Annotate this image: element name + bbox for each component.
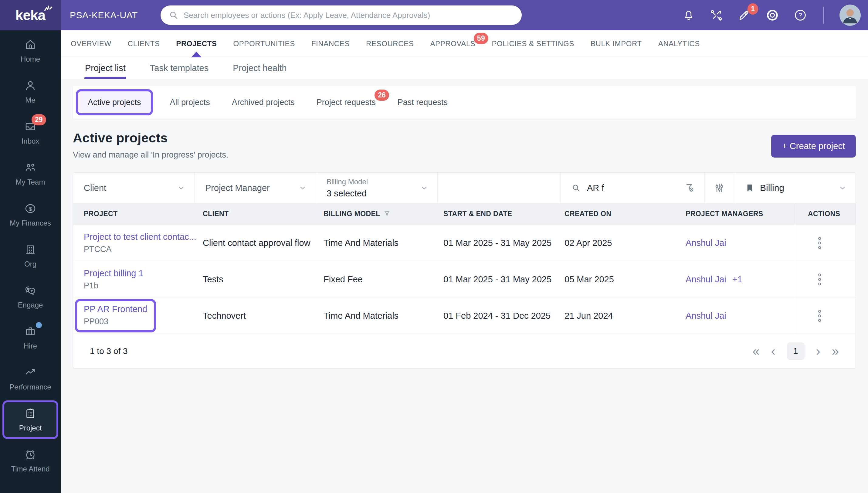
dates-cell: 01 Mar 2025 - 31 May 2025: [443, 238, 564, 248]
subtab-project-list[interactable]: Project list: [73, 57, 138, 79]
alarm-clock-icon: [24, 448, 37, 461]
clear-filter-icon[interactable]: [684, 182, 696, 194]
topbar-actions: 1 ?: [682, 0, 861, 30]
help-icon[interactable]: ?: [793, 8, 807, 22]
filter-tab-all-projects[interactable]: All projects: [159, 86, 221, 119]
tab-overview[interactable]: OVERVIEW: [63, 30, 119, 57]
column-header-managers[interactable]: PROJECT MANAGERS: [686, 210, 796, 218]
hire-notification-dot: [36, 322, 42, 328]
project-name-link[interactable]: Project billing 1: [84, 269, 203, 278]
column-header-created[interactable]: CREATED ON: [564, 210, 686, 218]
filter-funnel-icon[interactable]: [383, 210, 391, 217]
column-header-dates[interactable]: START & END DATE: [443, 210, 564, 218]
table-row[interactable]: Project billing 1 P1b Tests Fixed Fee 01…: [73, 261, 855, 297]
billing-model-filter-dropdown[interactable]: Billing Model 3 selected: [316, 173, 438, 203]
created-cell: 02 Apr 2025: [564, 238, 686, 248]
sidebar: Home Me Inbox 29: [0, 30, 61, 493]
keka-logo[interactable]: keka: [0, 0, 61, 30]
tools-icon[interactable]: [710, 8, 724, 22]
sidebar-item-label: Engage: [18, 301, 43, 309]
tab-clients[interactable]: CLIENTS: [119, 30, 168, 57]
row-actions-kebab-icon[interactable]: [815, 307, 824, 325]
sidebar-item-inbox[interactable]: Inbox 29: [0, 112, 61, 153]
table-filter-row: Client Project Manager Billing Model 3 s…: [73, 173, 855, 203]
page-title: Active projects: [73, 131, 856, 145]
manager-link[interactable]: Anshul Jai: [686, 311, 726, 321]
table-search-value[interactable]: AR f: [587, 183, 604, 193]
tab-opportunities[interactable]: OPPORTUNITIES: [225, 30, 303, 57]
sidebar-item-time-attend[interactable]: Time Attend: [0, 440, 61, 481]
sidebar-item-hire[interactable]: Hire: [0, 317, 61, 358]
manager-link[interactable]: Anshul Jai: [686, 238, 726, 248]
tab-analytics[interactable]: ANALYTICS: [650, 30, 708, 57]
column-header-project[interactable]: PROJECT: [73, 210, 203, 218]
sidebar-item-my-team[interactable]: My Team: [0, 153, 61, 194]
tab-policies-settings[interactable]: POLICIES & SETTINGS: [484, 30, 582, 57]
prev-page-icon[interactable]: ‹: [771, 345, 775, 358]
tab-approvals[interactable]: APPROVALS 59: [422, 30, 484, 57]
topbar: keka PSA-KEKA-UAT: [0, 0, 868, 30]
sidebar-item-label: Project: [19, 424, 42, 432]
first-page-icon[interactable]: «: [752, 345, 759, 358]
create-project-button[interactable]: + Create project: [771, 135, 856, 157]
manager-link[interactable]: Anshul Jai: [686, 274, 726, 284]
project-manager-filter-dropdown[interactable]: Project Manager: [195, 173, 316, 203]
global-search-input[interactable]: [184, 10, 514, 20]
app-root: keka PSA-KEKA-UAT: [0, 0, 868, 493]
tab-resources[interactable]: RESOURCES: [358, 30, 422, 57]
sidebar-item-org[interactable]: Org: [0, 235, 61, 276]
column-header-billing-model[interactable]: BILLING MODEL: [324, 210, 443, 218]
subtab-task-templates[interactable]: Task templates: [138, 57, 221, 79]
project-name-link[interactable]: PP AR Frontend: [84, 304, 147, 314]
row-actions-kebab-icon[interactable]: [815, 271, 824, 288]
tab-bulk-import[interactable]: BULK IMPORT: [582, 30, 650, 57]
briefcase-icon: [24, 325, 37, 338]
tab-projects[interactable]: PROJECTS: [168, 30, 225, 57]
logo-spark-icon: [42, 2, 53, 13]
project-name-link[interactable]: Project to test client contac...: [84, 232, 203, 242]
rocket-icon[interactable]: 1: [737, 8, 752, 22]
filter-tab-active-projects[interactable]: Active projects: [76, 89, 153, 115]
tab-finances[interactable]: FINANCES: [303, 30, 358, 57]
client-filter-dropdown[interactable]: Client: [73, 173, 195, 203]
dollar-circle-icon: $: [24, 202, 37, 215]
current-page-button[interactable]: 1: [787, 342, 805, 360]
settings-gear-icon[interactable]: [765, 8, 779, 22]
subtab-project-health[interactable]: Project health: [221, 57, 299, 79]
filter-tab-project-requests[interactable]: Project requests 26: [306, 86, 387, 119]
table-row[interactable]: PP AR Frontend PP003 Technovert Time And…: [73, 297, 855, 334]
last-page-icon[interactable]: »: [832, 345, 839, 358]
saved-view-dropdown[interactable]: Billing: [734, 173, 855, 203]
notifications-bell-icon[interactable]: [682, 8, 696, 22]
active-tab-indicator: [191, 51, 202, 57]
sidebar-item-my-finances[interactable]: $ My Finances: [0, 194, 61, 235]
annotation-highlight-box: PP AR Frontend PP003: [75, 299, 156, 333]
filter-tab-archived-projects[interactable]: Archived projects: [221, 86, 306, 119]
rocket-badge: 1: [748, 3, 758, 15]
sidebar-item-engage[interactable]: Engage: [0, 276, 61, 317]
next-page-icon[interactable]: ›: [816, 345, 820, 358]
sidebar-item-label: Inbox: [22, 137, 40, 145]
project-code: P1b: [84, 281, 203, 291]
table-row[interactable]: Project to test client contac... PTCCA C…: [73, 224, 855, 261]
pagination-summary: 1 to 3 of 3: [90, 346, 128, 356]
global-search[interactable]: [160, 5, 522, 25]
column-header-client[interactable]: CLIENT: [203, 210, 324, 218]
billing-model-cell: Time And Materials: [324, 238, 443, 248]
managers-cell: Anshul Jai: [686, 238, 796, 248]
sidebar-item-project[interactable]: Project: [2, 401, 58, 439]
column-settings-icon[interactable]: [705, 173, 734, 203]
pagination: 1 to 3 of 3 « ‹ 1 › »: [73, 334, 855, 368]
sidebar-item-home[interactable]: Home: [0, 30, 61, 71]
topbar-divider: [823, 7, 824, 24]
created-cell: 05 Mar 2025: [564, 274, 686, 284]
filter-tab-past-requests[interactable]: Past requests: [387, 86, 459, 119]
svg-text:?: ?: [799, 12, 802, 19]
manager-extra-count[interactable]: +1: [732, 274, 742, 284]
row-actions-kebab-icon[interactable]: [815, 234, 824, 252]
inbox-badge: 29: [31, 114, 46, 125]
user-avatar[interactable]: [840, 4, 861, 26]
table-search[interactable]: AR f: [560, 173, 705, 203]
sidebar-item-me[interactable]: Me: [0, 71, 61, 112]
sidebar-item-performance[interactable]: Performance: [0, 358, 61, 399]
